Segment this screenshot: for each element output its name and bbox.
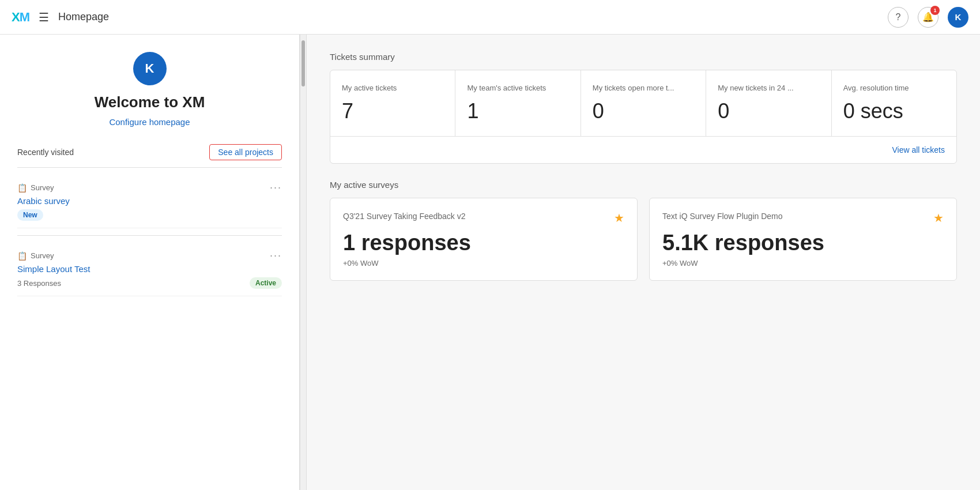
notification-button[interactable]: 🔔 1 <box>918 7 938 28</box>
question-mark-icon: ? <box>896 12 901 22</box>
stat-value: 0 <box>593 99 694 123</box>
survey-card-header: Text iQ Survey Flow Plugin Demo ★ <box>662 211 944 225</box>
survey-wow: +0% WoW <box>343 259 624 267</box>
stat-value: 0 secs <box>843 99 945 123</box>
sidebar-avatar: K <box>133 52 167 85</box>
stat-open-more: My tickets open more t... 0 <box>581 70 706 136</box>
survey-wow: +0% WoW <box>662 259 944 267</box>
sidebar-scrollbar[interactable] <box>300 35 307 490</box>
project-type-label: Survey <box>31 183 54 192</box>
tickets-summary-card: My active tickets 7 My team's active tic… <box>330 70 957 164</box>
welcome-text: Welcome to XM <box>95 93 205 111</box>
view-all-tickets-link[interactable]: View all tickets <box>892 145 945 154</box>
star-icon[interactable]: ★ <box>933 211 944 225</box>
header: XM ☰ Homepage ? 🔔 1 K <box>0 0 980 35</box>
project-type-row: 📋 Survey ··· <box>17 182 282 194</box>
header-right: ? 🔔 1 K <box>888 7 968 28</box>
stat-label: My tickets open more t... <box>593 83 694 93</box>
recently-visited-label: Recently visited <box>17 148 74 157</box>
hamburger-menu[interactable]: ☰ <box>39 10 49 24</box>
stat-label: My active tickets <box>342 83 443 93</box>
survey-card: Q3'21 Survey Taking Feedback v2 ★ 1 resp… <box>330 198 638 281</box>
project-type-row: 📋 Survey ··· <box>17 250 282 262</box>
help-icon-button[interactable]: ? <box>888 7 909 28</box>
tickets-stats: My active tickets 7 My team's active tic… <box>330 70 956 137</box>
survey-icon: 📋 <box>17 183 27 193</box>
project-type: 📋 Survey <box>17 251 54 261</box>
surveys-grid: Q3'21 Survey Taking Feedback v2 ★ 1 resp… <box>330 198 957 281</box>
list-item: 📋 Survey ··· Simple Layout Test 3 Respon… <box>17 243 282 296</box>
survey-responses: 5.1K responses <box>662 231 944 255</box>
stat-avg-resolution: Avg. resolution time 0 secs <box>832 70 956 136</box>
see-all-projects-button[interactable]: See all projects <box>209 144 282 160</box>
survey-card-title: Q3'21 Survey Taking Feedback v2 <box>343 211 614 223</box>
stat-label: Avg. resolution time <box>843 83 945 93</box>
stat-team-active: My team's active tickets 1 <box>455 70 581 136</box>
stat-label: My new tickets in 24 ... <box>718 83 819 93</box>
page-title: Homepage <box>58 11 109 23</box>
sidebar: K Welcome to XM Configure homepage Recen… <box>0 35 300 490</box>
configure-homepage-link[interactable]: Configure homepage <box>109 117 190 127</box>
notification-badge: 1 <box>930 6 940 15</box>
stat-value: 7 <box>342 99 443 123</box>
project-meta: 3 Responses <box>17 279 61 288</box>
stat-value: 1 <box>467 99 568 123</box>
star-icon[interactable]: ★ <box>614 211 624 225</box>
survey-icon: 📋 <box>17 251 27 261</box>
main-content: Tickets summary My active tickets 7 My t… <box>307 35 980 490</box>
project-name-link[interactable]: Arabic survey <box>17 196 282 206</box>
survey-responses: 1 responses <box>343 231 624 255</box>
tickets-footer: View all tickets <box>330 137 956 163</box>
stat-label: My team's active tickets <box>467 83 568 93</box>
stat-my-active: My active tickets 7 <box>330 70 455 136</box>
survey-card-header: Q3'21 Survey Taking Feedback v2 ★ <box>343 211 624 225</box>
more-options-button[interactable]: ··· <box>270 250 282 262</box>
project-name-link[interactable]: Simple Layout Test <box>17 264 282 274</box>
divider <box>17 235 282 236</box>
recently-visited-section: Recently visited See all projects 📋 Surv… <box>0 144 299 296</box>
surveys-section-title: My active surveys <box>330 180 957 190</box>
stat-new-tickets: My new tickets in 24 ... 0 <box>706 70 831 136</box>
status-badge: New <box>17 209 43 221</box>
survey-card: Text iQ Survey Flow Plugin Demo ★ 5.1K r… <box>649 198 957 281</box>
status-badge: Active <box>250 277 282 289</box>
tickets-section-title: Tickets summary <box>330 52 957 62</box>
user-avatar-button[interactable]: K <box>948 7 968 28</box>
list-item: 📋 Survey ··· Arabic survey New <box>17 175 282 228</box>
divider <box>17 167 282 168</box>
header-left: XM ☰ Homepage <box>12 10 109 25</box>
main-layout: K Welcome to XM Configure homepage Recen… <box>0 35 980 490</box>
project-type-label: Survey <box>31 251 54 260</box>
scroll-thumb <box>301 40 305 86</box>
xm-logo: XM <box>12 10 29 25</box>
stat-value: 0 <box>718 99 819 123</box>
more-options-button[interactable]: ··· <box>270 182 282 194</box>
project-type: 📋 Survey <box>17 183 54 193</box>
recently-visited-header: Recently visited See all projects <box>17 144 282 160</box>
survey-card-title: Text iQ Survey Flow Plugin Demo <box>662 211 933 223</box>
